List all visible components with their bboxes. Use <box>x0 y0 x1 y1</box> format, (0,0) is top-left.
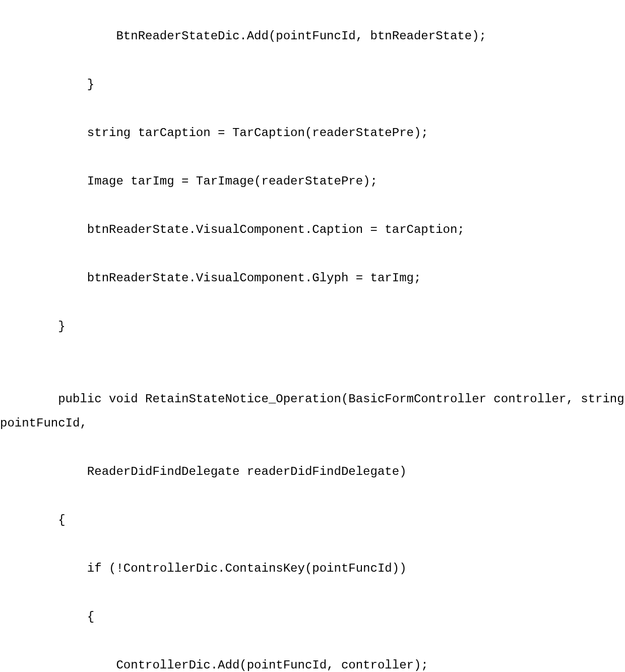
code-line: BtnReaderStateDic.Add(pointFuncId, btnRe… <box>0 24 625 48</box>
code-line: btnReaderState.VisualComponent.Caption =… <box>0 218 625 242</box>
code-line: ControllerDic.Add(pointFuncId, controlle… <box>0 653 625 672</box>
code-line: { <box>0 605 625 629</box>
code-line: ReaderDidFindDelegate readerDidFindDeleg… <box>0 460 625 484</box>
code-line: Image tarImg = TarImage(readerStatePre); <box>0 169 625 194</box>
code-line: public void RetainStateNotice_Operation(… <box>0 387 625 436</box>
code-line: { <box>0 508 625 532</box>
code-block: BtnReaderStateDic.Add(pointFuncId, btnRe… <box>0 0 625 672</box>
code-line: btnReaderState.VisualComponent.Glyph = t… <box>0 266 625 290</box>
code-line: } <box>0 73 625 97</box>
code-line: } <box>0 315 625 339</box>
code-line: if (!ControllerDic.ContainsKey(pointFunc… <box>0 557 625 581</box>
code-line: string tarCaption = TarCaption(readerSta… <box>0 121 625 145</box>
